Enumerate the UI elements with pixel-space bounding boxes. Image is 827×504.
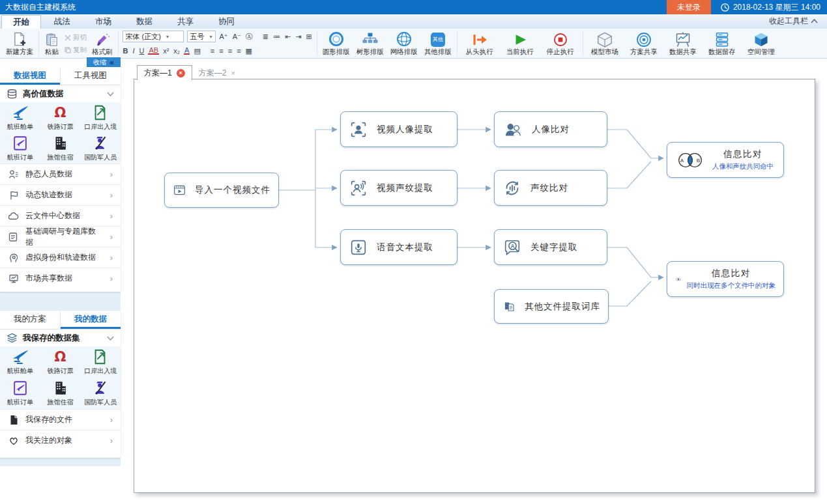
font-family-select[interactable]: 宋体 (正文) [123,31,184,42]
paste-button[interactable]: 粘贴 [41,29,63,58]
menu-tab-collab[interactable]: 协同 [207,14,246,29]
char-border-button[interactable]: AB [148,47,159,55]
tab-my-plans[interactable]: 我的方案 [0,311,60,329]
grow-font-button[interactable]: A⁺ [219,33,229,41]
tab-tool-view[interactable]: 工具视图 [60,68,121,85]
align-left-button[interactable]: ≡ [210,47,215,55]
category-label: 云文件中心数据 [25,210,80,221]
chevron-down-icon [107,92,114,96]
other-layout-label: 其他排版 [424,48,452,57]
node-keyword-extract[interactable]: A 关键字提取 [494,229,607,265]
data-item-border-entry[interactable]: 口岸出入境 [80,346,121,377]
copy-button[interactable]: 复制 [65,46,87,55]
new-plan-button[interactable]: 新建方案 [3,29,36,58]
node-speech-text-extract[interactable]: 语音文本提取 [340,229,457,265]
tab-my-data[interactable]: 我的数据 [60,311,121,329]
increase-indent-button[interactable]: ⇥ [295,33,302,41]
data-item-flight-order[interactable]: 航班订单 [0,378,40,408]
plan-tab-2[interactable]: 方案—2 × [192,66,242,79]
node-voice-compare[interactable]: 声纹比对 [494,170,607,206]
face-scan-icon [349,120,368,139]
enclose-char-button[interactable]: Ⓐ [245,32,254,42]
data-item-flight-manifest[interactable]: 航班舱单 [0,102,40,133]
format-painter-button[interactable]: 格式刷 [89,29,116,58]
align-center-button[interactable]: ≡ [218,47,224,55]
menu-tab-share[interactable]: 共享 [166,14,205,29]
category-cloud-file-data[interactable]: 云文件中心数据 › [0,205,121,226]
node-face-compare[interactable]: 人像比对 [494,111,607,147]
node-import-video[interactable]: 导入一个视频文件 [164,173,279,208]
sidebar-collapse-button[interactable]: 收缩 « [87,57,121,67]
category-virtual-identity-data[interactable]: 虚拟身份和轨迹数据 › [0,247,121,268]
login-status-badge[interactable]: 未登录 [667,0,711,14]
tree-layout-button[interactable]: 树形排版 [353,29,387,58]
data-item-military-personnel[interactable]: 国防军人员 [80,133,121,163]
circle-layout-button[interactable]: 圆形排版 [319,29,353,58]
data-item-flight-order[interactable]: 航班订单 [0,133,40,163]
run-from-start-button[interactable]: 从头执行 [459,29,500,58]
data-item-flight-manifest[interactable]: 航班舱单 [0,346,40,377]
network-layout-button[interactable]: 网络排版 [387,29,421,58]
collapse-toolbar-button[interactable]: 收起工具栏 [769,16,827,29]
other-layout-button[interactable]: 其他 其他排版 [421,29,455,58]
plan-share-button[interactable]: 方案共享 [624,29,663,58]
run-current-button[interactable]: 当前执行 [500,29,540,58]
high-value-data-header[interactable]: 高价值数据 [0,85,121,102]
space-manage-button[interactable]: 空间管理 [742,29,781,58]
menu-tab-data[interactable]: 数据 [124,14,164,29]
numbered-list-button[interactable]: ≔ [272,33,281,41]
node-other-files-lexicon[interactable]: 其他文件提取词库 [494,289,609,324]
data-view-panel: 数据视图 工具视图 高价值数据 [0,68,121,292]
font-color-button[interactable]: A [184,47,190,55]
align-right-button[interactable]: ≡ [227,47,233,55]
category-market-shared-data[interactable]: 市场共享数据 › [0,268,121,288]
data-item-label: 口岸出入境 [84,122,117,132]
superscript-button[interactable]: x² [162,47,169,55]
node-video-face-extract[interactable]: 视频人像提取 [340,111,457,147]
shrink-font-button[interactable]: A⁻ [232,33,242,41]
category-dynamic-track-data[interactable]: 动态轨迹数据 › [0,184,121,205]
data-share-button[interactable]: 数据共享 [663,29,703,58]
menu-tab-start[interactable]: 开始 [1,15,41,29]
app-title: 大数据自主建模系统 [0,2,76,13]
datetime-label: 2018-02-13 星期三 14:00 [733,2,820,13]
decrease-indent-button[interactable]: ⇤ [284,33,291,41]
saved-dataset-header[interactable]: 我保存的数据集 [0,329,121,346]
tab-data-view[interactable]: 数据视图 [0,68,60,85]
data-item-railway-ticket[interactable]: Ω 铁路订票 [40,346,81,377]
data-retain-button[interactable]: 数据留存 [703,29,742,58]
bullet-list-button[interactable]: ≣ [262,33,269,41]
node-info-compare-1[interactable]: A B 信息比对 人像和声纹共同命中 [667,142,784,178]
underline-button[interactable]: U [139,47,145,55]
font-size-select[interactable]: 五号 [187,31,216,42]
cut-button[interactable]: 剪切 [65,33,87,42]
my-saved-files-item[interactable]: 我保存的文件 › [0,409,121,430]
svg-text:A: A [510,242,514,249]
borders-button[interactable]: ▦ [245,47,253,55]
data-item-military-personnel[interactable]: 国防军人员 [80,378,121,408]
data-item-border-entry[interactable]: 口岸出入境 [80,102,121,133]
model-market-button[interactable]: 模型市场 [585,29,624,58]
data-item-railway-ticket[interactable]: Ω 铁路订票 [40,102,81,133]
table-button[interactable]: ⊞ [305,33,312,41]
shading-button[interactable]: ▤ [193,47,201,55]
close-tab-icon[interactable]: × [231,69,235,77]
menu-tab-market[interactable]: 市场 [83,14,123,29]
data-item-hotel-stay[interactable]: 旅馆住宿 [40,378,81,408]
node-info-compare-2[interactable]: A B 信息比对 同时出现在多个文件中的对象 [667,261,784,297]
menu-tab-tactics[interactable]: 战法 [42,14,82,29]
sidebar: 数据视图 工具视图 高价值数据 [0,68,121,466]
close-tab-icon[interactable]: × [177,69,185,77]
category-static-person-data[interactable]: 静态人员数据 › [0,163,121,184]
stop-run-button[interactable]: 停止执行 [540,29,581,58]
model-canvas[interactable]: 导入一个视频文件 视频人像提取 人像比对 [134,79,815,493]
bold-button[interactable]: B [123,47,129,55]
category-research-library-data[interactable]: 基础调研与专题库数据 › [0,226,121,247]
italic-button[interactable]: I [132,47,135,55]
subscript-button[interactable]: x₂ [173,47,181,55]
data-item-hotel-stay[interactable]: 旅馆住宿 [40,133,81,163]
plan-tab-1[interactable]: 方案—1 × [137,65,192,80]
node-video-voice-extract[interactable]: 视频声纹提取 [340,170,457,206]
align-justify-button[interactable]: ≡ [236,47,241,55]
followed-objects-item[interactable]: 我关注的对象 › [0,430,121,451]
